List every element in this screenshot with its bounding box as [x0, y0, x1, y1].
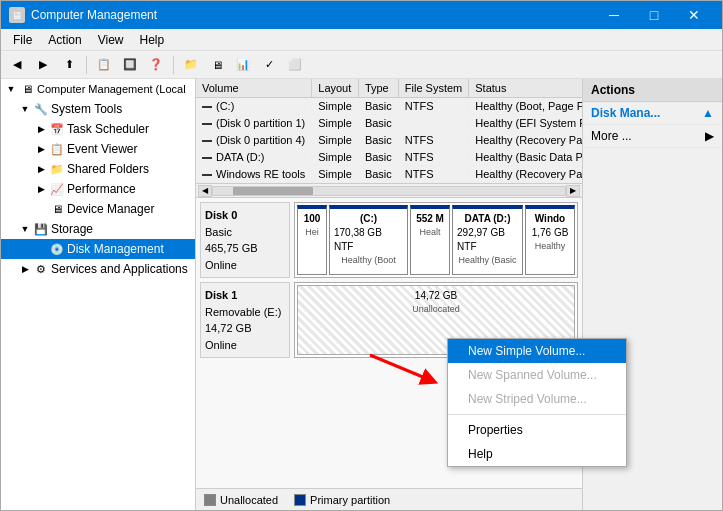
- folder-icon: 📁: [49, 161, 65, 177]
- title-bar-left: 🖥 Computer Management: [9, 7, 157, 23]
- toolbar-help[interactable]: ❓: [144, 54, 168, 76]
- action-arrow: ▲: [702, 106, 714, 120]
- toolbar-properties[interactable]: 🔲: [118, 54, 142, 76]
- scroll-left[interactable]: ◀: [198, 185, 212, 197]
- disk0-part-data[interactable]: DATA (D:) 292,97 GB NTF Healthy (Basic: [452, 205, 523, 275]
- actions-header: Actions: [583, 79, 722, 102]
- table-row[interactable]: Windows RE tools Simple Basic NTFS Healt…: [196, 166, 582, 183]
- menu-action[interactable]: Action: [40, 31, 89, 49]
- cell-fs: NTFS: [398, 98, 468, 115]
- table-row[interactable]: (C:) Simple Basic NTFS Healthy (Boot, Pa…: [196, 98, 582, 115]
- tree-label: Event Viewer: [67, 142, 137, 156]
- scroll-right[interactable]: ▶: [566, 185, 580, 197]
- expand-icon: ▶: [33, 181, 49, 197]
- expand-icon: ▶: [33, 121, 49, 137]
- tree-label: Services and Applications: [51, 262, 188, 276]
- tree-item-device-manager[interactable]: 🖥 Device Manager: [1, 199, 195, 219]
- disk1-type: Removable (E:): [205, 304, 285, 321]
- disk1-size: 14,72 GB: [205, 320, 285, 337]
- disk0-part2[interactable]: 552 M Healt: [410, 205, 450, 275]
- col-filesystem: File System: [398, 79, 468, 98]
- ctx-new-simple-volume[interactable]: New Simple Volume...: [448, 339, 626, 363]
- tree-item-performance[interactable]: ▶ 📈 Performance: [1, 179, 195, 199]
- toolbar-btn6[interactable]: ✓: [257, 54, 281, 76]
- action-disk-management[interactable]: Disk Mana... ▲: [583, 102, 722, 125]
- cell-fs: NTFS: [398, 132, 468, 149]
- toolbar-show-hide-console[interactable]: 📋: [92, 54, 116, 76]
- computer-icon: 🖥: [19, 81, 35, 97]
- cell-status: Healthy (EFI System Partition: [469, 115, 582, 132]
- expand-icon: ▼: [17, 101, 33, 117]
- table-row[interactable]: DATA (D:) Simple Basic NTFS Healthy (Bas…: [196, 149, 582, 166]
- minimize-button[interactable]: ─: [594, 1, 634, 29]
- h-scrollbar[interactable]: [212, 186, 566, 196]
- cell-status: Healthy (Recovery Partitio: [469, 166, 582, 183]
- toolbar-back[interactable]: ◀: [5, 54, 29, 76]
- action-arrow: ▶: [705, 129, 714, 143]
- legend-box-primary: [294, 494, 306, 506]
- scrollbar-thumb: [233, 187, 313, 195]
- toolbar: ◀ ▶ ⬆ 📋 🔲 ❓ 📁 🖥 📊 ✓ ⬜: [1, 51, 722, 79]
- toolbar-btn7[interactable]: ⬜: [283, 54, 307, 76]
- disk1-name: Disk 1: [205, 287, 285, 304]
- ctx-help[interactable]: Help: [448, 442, 626, 466]
- expand-icon: ▶: [17, 261, 33, 277]
- toolbar-sep1: [86, 56, 87, 74]
- tree-label: Performance: [67, 182, 136, 196]
- tree-item-disk-management[interactable]: 💿 Disk Management: [1, 239, 195, 259]
- scheduler-icon: 📅: [49, 121, 65, 137]
- action-more[interactable]: More ... ▶: [583, 125, 722, 148]
- tree-item-services[interactable]: ▶ ⚙ Services and Applications: [1, 259, 195, 279]
- performance-icon: 📈: [49, 181, 65, 197]
- menu-bar: File Action View Help: [1, 29, 722, 51]
- legend-label-primary: Primary partition: [310, 494, 390, 506]
- event-icon: 📋: [49, 141, 65, 157]
- col-status: Status: [469, 79, 582, 98]
- toolbar-up[interactable]: ⬆: [57, 54, 81, 76]
- legend-unallocated: Unallocated: [204, 494, 278, 506]
- cell-type: Basic: [358, 166, 398, 183]
- disk0-size: 465,75 GB: [205, 240, 285, 257]
- tree-label: Device Manager: [67, 202, 154, 216]
- cell-fs: NTFS: [398, 166, 468, 183]
- tree-item-storage[interactable]: ▼ 💾 Storage: [1, 219, 195, 239]
- toolbar-btn5[interactable]: 📊: [231, 54, 255, 76]
- toolbar-forward[interactable]: ▶: [31, 54, 55, 76]
- menu-view[interactable]: View: [90, 31, 132, 49]
- ctx-properties[interactable]: Properties: [448, 418, 626, 442]
- disk0-part-wre[interactable]: Windo 1,76 GB Healthy: [525, 205, 575, 275]
- tree-item-task-scheduler[interactable]: ▶ 📅 Task Scheduler: [1, 119, 195, 139]
- disk0-status: Online: [205, 257, 285, 274]
- storage-icon: 💾: [33, 221, 49, 237]
- cell-type: Basic: [358, 149, 398, 166]
- disk0-part-c[interactable]: (C:) 170,38 GB NTF Healthy (Boot: [329, 205, 408, 275]
- disk0-part1[interactable]: 100 Hei: [297, 205, 327, 275]
- tree-item-computer-management[interactable]: ▼ 🖥 Computer Management (Local: [1, 79, 195, 99]
- menu-file[interactable]: File: [5, 31, 40, 49]
- tree-item-event-viewer[interactable]: ▶ 📋 Event Viewer: [1, 139, 195, 159]
- cell-layout: Simple: [312, 132, 359, 149]
- maximize-button[interactable]: □: [634, 1, 674, 29]
- cell-volume: (Disk 0 partition 4): [196, 132, 312, 149]
- tree-item-system-tools[interactable]: ▼ 🔧 System Tools: [1, 99, 195, 119]
- table-row[interactable]: (Disk 0 partition 4) Simple Basic NTFS H…: [196, 132, 582, 149]
- tree-item-shared-folders[interactable]: ▶ 📁 Shared Folders: [1, 159, 195, 179]
- toolbar-btn4[interactable]: 🖥: [205, 54, 229, 76]
- cell-volume: Windows RE tools: [196, 166, 312, 183]
- volume-table: Volume Layout Type File System Status (C…: [196, 79, 582, 184]
- disk0-row: Disk 0 Basic 465,75 GB Online 100 Hei (: [200, 202, 578, 278]
- menu-help[interactable]: Help: [132, 31, 173, 49]
- title-bar: 🖥 Computer Management ─ □ ✕: [1, 1, 722, 29]
- legend-box-unallocated: [204, 494, 216, 506]
- close-button[interactable]: ✕: [674, 1, 714, 29]
- disk-icon: 💿: [49, 241, 65, 257]
- table-row[interactable]: (Disk 0 partition 1) Simple Basic Health…: [196, 115, 582, 132]
- expand-icon: ▶: [33, 161, 49, 177]
- cell-type: Basic: [358, 115, 398, 132]
- horizontal-scrollbar-row: ◀ ▶: [196, 184, 582, 198]
- cell-volume: (C:): [196, 98, 312, 115]
- left-panel: ▼ 🖥 Computer Management (Local ▼ 🔧 Syste…: [1, 79, 196, 510]
- cell-type: Basic: [358, 132, 398, 149]
- toolbar-btn3[interactable]: 📁: [179, 54, 203, 76]
- cell-fs: NTFS: [398, 149, 468, 166]
